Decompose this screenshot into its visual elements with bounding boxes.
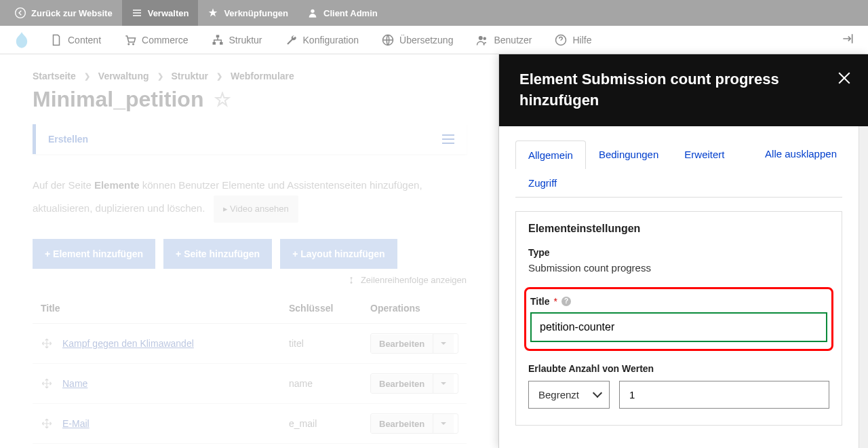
svg-point-3 xyxy=(132,43,134,45)
title-field-highlight: Title * ? xyxy=(524,287,833,351)
close-icon[interactable] xyxy=(838,72,850,84)
nav-content[interactable]: Content xyxy=(39,26,112,54)
type-value: Submission count progress xyxy=(528,262,829,274)
element-settings-box: Elementeinstellungen Type Submission cou… xyxy=(515,211,842,426)
settings-heading: Elementeinstellungen xyxy=(528,223,829,235)
type-label: Type xyxy=(528,247,829,258)
panel-header: Element Submission count progress hinzuf… xyxy=(499,54,868,126)
nav-structure[interactable]: Struktur xyxy=(201,26,273,54)
svg-point-9 xyxy=(484,37,487,40)
user-label: Client Admin xyxy=(323,8,378,18)
allowed-count-input[interactable] xyxy=(619,381,829,409)
drupal-logo-icon xyxy=(12,31,31,50)
hamburger-icon xyxy=(132,7,142,18)
nav-users[interactable]: Benutzer xyxy=(465,26,542,54)
nav-collapse-icon[interactable] xyxy=(833,32,863,48)
panel-tabs: Allgemein Bedingungen Erweitert Alle aus… xyxy=(515,140,842,198)
manage-label: Verwalten xyxy=(148,8,189,18)
svg-rect-5 xyxy=(212,42,216,45)
globe-icon xyxy=(382,34,394,46)
svg-point-1 xyxy=(311,10,314,13)
svg-rect-4 xyxy=(216,35,219,37)
tab-general[interactable]: Allgemein xyxy=(515,141,586,169)
star-icon xyxy=(208,7,218,18)
shortcuts-link[interactable]: Verknüpfungen xyxy=(198,0,298,26)
required-marker: * xyxy=(554,296,557,307)
nav-translation[interactable]: Übersetzung xyxy=(371,26,464,54)
expand-all-link[interactable]: Alle ausklappen xyxy=(760,140,842,168)
panel-title: Element Submission count progress hinzuf… xyxy=(519,69,848,111)
allowed-values-label: Erlaubte Anzahl von Werten xyxy=(528,363,829,374)
element-settings-panel: Element Submission count progress hinzuf… xyxy=(498,54,868,448)
user-link[interactable]: Client Admin xyxy=(298,0,387,26)
svg-rect-6 xyxy=(220,42,223,45)
title-label: Title xyxy=(530,296,550,307)
back-label: Zurück zur Website xyxy=(31,8,113,18)
document-icon xyxy=(50,34,62,46)
cart-icon xyxy=(124,34,136,46)
users-icon xyxy=(476,34,488,46)
svg-point-0 xyxy=(16,8,26,18)
manage-link[interactable]: Verwalten xyxy=(122,0,199,26)
admin-toolbar: Zurück zur Website Verwalten Verknüpfung… xyxy=(0,0,868,26)
nav-help[interactable]: Hilfe xyxy=(544,26,602,54)
tab-access[interactable]: Zugriff xyxy=(515,168,842,197)
svg-point-2 xyxy=(127,43,130,45)
tab-advanced[interactable]: Erweitert xyxy=(671,140,737,168)
help-icon xyxy=(555,34,567,46)
back-to-site-link[interactable]: Zurück zur Website xyxy=(5,0,122,26)
allowed-mode-select[interactable]: Begrenzt xyxy=(528,381,610,409)
tab-conditions[interactable]: Bedingungen xyxy=(586,140,671,168)
shortcuts-label: Verknüpfungen xyxy=(224,8,288,18)
secondary-nav: Content Commerce Struktur Konfiguration … xyxy=(0,26,868,54)
user-icon xyxy=(307,7,318,18)
title-input[interactable] xyxy=(530,312,827,342)
structure-icon xyxy=(212,34,224,46)
nav-config[interactable]: Konfiguration xyxy=(275,26,370,54)
back-arrow-icon xyxy=(15,7,26,18)
nav-commerce[interactable]: Commerce xyxy=(113,26,199,54)
svg-point-8 xyxy=(479,36,483,40)
help-icon[interactable]: ? xyxy=(561,297,571,306)
wrench-icon xyxy=(285,34,298,46)
